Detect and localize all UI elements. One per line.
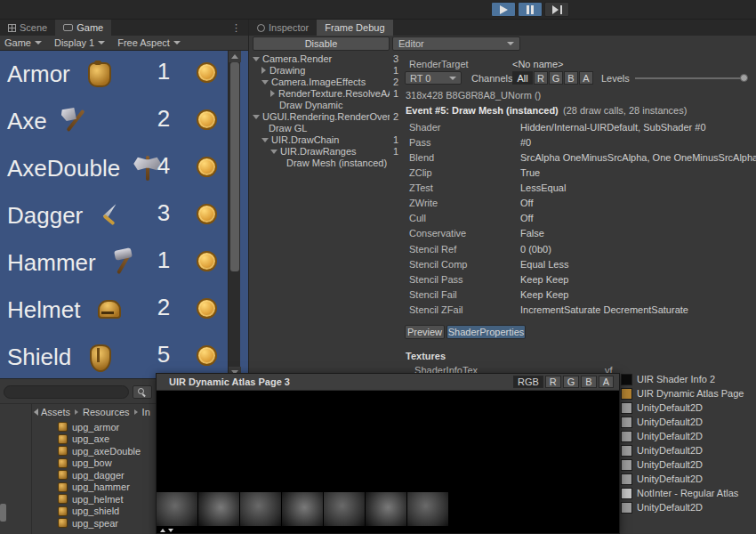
shader-property-row: ZClipTrue bbox=[402, 166, 754, 180]
foldout-closed-icon[interactable] bbox=[261, 67, 266, 74]
channel-b-button[interactable]: B bbox=[581, 376, 596, 388]
shader-property-row: CullOff bbox=[402, 211, 754, 225]
atlas-window-titlebar[interactable]: UIR Dynamic Atlas Page 3 RGB R G B A bbox=[157, 374, 619, 391]
shop-item-row[interactable]: Dagger 3 bbox=[0, 192, 248, 239]
shader-properties-button[interactable]: ShaderProperties bbox=[446, 325, 526, 339]
shop-item-row[interactable]: Armor 1 bbox=[0, 51, 248, 98]
channel-g-button[interactable]: G bbox=[549, 71, 563, 85]
texture-thumbnail bbox=[621, 459, 632, 471]
aspect-dropdown[interactable]: Free Aspect bbox=[117, 37, 181, 48]
frame-event-row[interactable]: Draw Dynamic bbox=[251, 100, 400, 111]
frame-event-row[interactable]: UGUI.Rendering.RenderOverla2 bbox=[251, 111, 400, 123]
texture-value-row[interactable]: UnityDefault2D bbox=[621, 457, 754, 472]
frame-event-row[interactable]: Drawing1 bbox=[251, 65, 400, 77]
editor-target-dropdown[interactable]: Editor bbox=[392, 36, 520, 51]
frame-event-row[interactable]: UIR.DrawChain1 bbox=[251, 134, 400, 146]
asset-item[interactable]: upg_axe bbox=[33, 433, 156, 446]
channel-rgb-button[interactable]: RGB bbox=[513, 376, 543, 388]
atlas-sprite-thumbnail bbox=[282, 492, 323, 526]
tab-game[interactable]: Game bbox=[55, 20, 111, 36]
asset-item[interactable]: upg_bow bbox=[33, 457, 156, 470]
asset-sprite-icon bbox=[58, 494, 68, 504]
channel-g-button[interactable]: G bbox=[563, 376, 580, 388]
asset-item[interactable]: upg_hammer bbox=[33, 481, 156, 494]
step-button[interactable] bbox=[544, 2, 569, 17]
display-dropdown[interactable]: Display 1 bbox=[54, 37, 105, 48]
frame-event-row[interactable]: Draw Mesh (instanced) bbox=[251, 158, 400, 169]
hammer-icon bbox=[109, 248, 138, 277]
render-target-dropdown[interactable]: RT 0 bbox=[405, 71, 462, 85]
asset-item[interactable]: upg_armor bbox=[33, 421, 156, 433]
scrollbar-thumb[interactable] bbox=[230, 62, 239, 271]
shop-item-row[interactable]: Hammer 1 bbox=[0, 239, 248, 287]
scroll-up-icon[interactable] bbox=[160, 529, 165, 532]
foldout-open-icon[interactable] bbox=[270, 150, 277, 154]
game-view-scrollbar bbox=[228, 51, 240, 378]
frame-event-row[interactable]: Camera.Render3 bbox=[251, 53, 400, 65]
panel-menu-icon[interactable]: ⋮ bbox=[231, 22, 241, 34]
textures-section: Textures bbox=[402, 349, 754, 363]
shader-property-row: ShaderHidden/Internal-UIRDefault, SubSha… bbox=[402, 120, 754, 134]
shop-item-row[interactable]: AxeDouble 4 bbox=[0, 145, 248, 192]
asset-item[interactable]: upg_helmet bbox=[33, 493, 156, 506]
channel-a-button[interactable]: A bbox=[579, 71, 593, 85]
asset-item[interactable]: upg_axeDouble bbox=[33, 445, 156, 457]
shop-item-row[interactable]: Helmet 2 bbox=[0, 287, 248, 334]
frame-event-row[interactable]: Camera.ImageEffects2 bbox=[251, 77, 400, 88]
foldout-closed-icon[interactable] bbox=[270, 90, 275, 97]
channel-a-button[interactable]: A bbox=[599, 376, 614, 388]
texture-value-row[interactable]: UnityDefault2D bbox=[621, 443, 754, 457]
shader-property-row: ZTestLessEqual bbox=[402, 181, 754, 195]
scrollbar-thumb[interactable] bbox=[0, 504, 6, 522]
asset-item[interactable]: upg_shield bbox=[33, 506, 156, 518]
levels-slider[interactable] bbox=[635, 77, 747, 79]
texture-value-row[interactable]: UnityDefault2D bbox=[621, 415, 754, 429]
asset-item[interactable]: upg_spear bbox=[33, 517, 156, 530]
search-button[interactable] bbox=[133, 385, 152, 399]
texture-value-row[interactable]: UIR Shader Info 2 bbox=[621, 372, 754, 386]
foldout-open-icon[interactable] bbox=[261, 80, 269, 85]
foldout-open-icon[interactable] bbox=[261, 138, 269, 142]
shop-item-row[interactable]: Axe 2 bbox=[0, 98, 248, 145]
tab-frame-debug[interactable]: Frame Debug bbox=[317, 20, 392, 36]
foldout-open-icon[interactable] bbox=[253, 115, 260, 119]
collapse-left-icon[interactable] bbox=[34, 409, 38, 416]
foldout-open-icon[interactable] bbox=[253, 57, 260, 61]
texture-value-row[interactable]: UnityDefault2D bbox=[621, 429, 754, 443]
channel-r-button[interactable]: R bbox=[534, 71, 548, 85]
texture-value-row[interactable]: UnityDefault2D bbox=[621, 400, 754, 415]
breadcrumb-segment[interactable]: Assets bbox=[41, 407, 70, 417]
breadcrumb-segment[interactable]: Resources bbox=[83, 407, 130, 417]
levels-slider-thumb[interactable] bbox=[740, 74, 748, 82]
unity-editor-window: Scene Game ⋮ Game Display 1 Free Aspect bbox=[0, 0, 756, 534]
atlas-window-title: UIR Dynamic Atlas Page 3 bbox=[169, 376, 290, 387]
shader-property-row: Stencil PassKeep Keep bbox=[402, 272, 754, 287]
pause-button[interactable] bbox=[518, 2, 543, 17]
preview-button[interactable]: Preview bbox=[405, 325, 445, 339]
tab-scene[interactable]: Scene bbox=[0, 20, 55, 36]
scroll-up-icon[interactable] bbox=[229, 51, 241, 62]
frame-event-row[interactable]: Draw GL bbox=[251, 123, 400, 134]
frame-event-row[interactable]: UIR.DrawRanges1 bbox=[251, 146, 400, 158]
search-input[interactable] bbox=[4, 385, 129, 399]
tab-inspector[interactable]: Inspector bbox=[249, 20, 317, 36]
breadcrumb-segment[interactable]: In bbox=[142, 407, 150, 417]
channel-b-button[interactable]: B bbox=[564, 71, 578, 85]
asset-item[interactable]: upg_dagger bbox=[33, 469, 156, 481]
game-mode-dropdown[interactable]: Game bbox=[4, 37, 42, 48]
coin-icon bbox=[197, 298, 217, 319]
play-button[interactable] bbox=[491, 2, 516, 17]
channel-r-button[interactable]: R bbox=[545, 376, 561, 388]
texture-value-row[interactable]: UnityDefault2D bbox=[621, 472, 754, 486]
texture-value-row[interactable]: UIR Dynamic Atlas Page bbox=[621, 386, 754, 400]
channel-all-button[interactable]: All bbox=[512, 71, 533, 85]
shop-item-row[interactable]: Shield 5 bbox=[0, 334, 248, 378]
scroll-down-icon[interactable] bbox=[168, 529, 173, 532]
texture-value-row[interactable]: UnityDefault2D bbox=[621, 500, 754, 514]
asset-sprite-icon bbox=[58, 518, 68, 528]
disable-button[interactable]: Disable bbox=[253, 36, 390, 51]
texture-value-row[interactable]: NotInter - Regular Atlas bbox=[621, 486, 754, 500]
texture-thumbnail bbox=[621, 374, 632, 385]
right-tabstrip: Inspector Frame Debug bbox=[249, 20, 756, 36]
frame-event-row[interactable]: RenderTexture.ResolveAA1 bbox=[251, 88, 400, 100]
